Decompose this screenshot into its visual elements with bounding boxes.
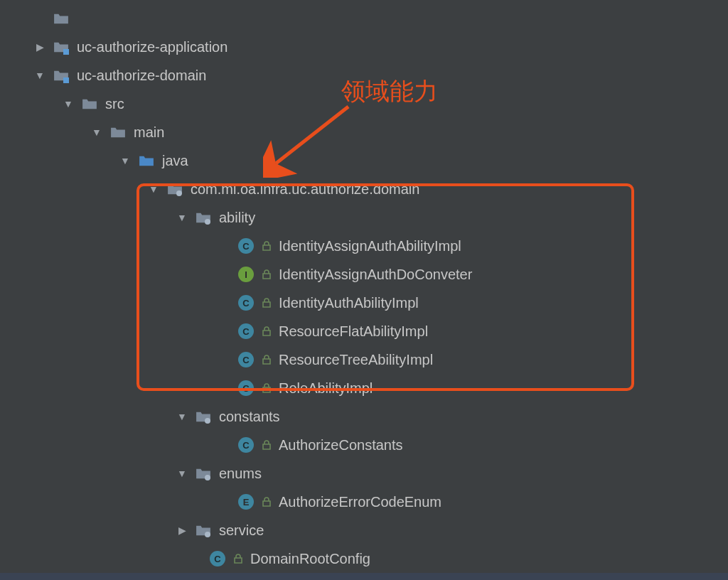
tree-row[interactable]: ▼src xyxy=(0,90,728,118)
chevron-down-icon[interactable]: ▼ xyxy=(34,70,46,81)
tree-node-label: main xyxy=(134,124,164,141)
tree-row[interactable]: ▼enums xyxy=(0,459,728,488)
lock-icon xyxy=(262,326,272,336)
tree-node-label: AuthorizeConstants xyxy=(279,437,403,453)
chevron-down-icon[interactable]: ▼ xyxy=(176,468,188,479)
chevron-down-icon[interactable]: ▼ xyxy=(176,411,188,422)
chevron-down-icon[interactable]: ▼ xyxy=(91,127,102,138)
tree-node-label: constants xyxy=(219,409,280,425)
class-icon: C xyxy=(237,237,255,254)
class-icon: C xyxy=(237,294,255,311)
tree-node-label: IdentityAssignAuthDoConveter xyxy=(279,267,472,283)
project-tree[interactable]: ▶▶uc-authorize-application▼uc-authorize-… xyxy=(0,0,728,580)
package-icon xyxy=(166,181,183,198)
package-icon xyxy=(195,209,212,226)
class-icon: C xyxy=(209,550,226,567)
tree-row[interactable]: ▶IIdentityAssignAuthDoConveter xyxy=(0,260,728,289)
tree-row[interactable]: ▶CResourceFlatAbilityImpl xyxy=(0,317,728,345)
package-icon xyxy=(195,465,212,482)
chevron-down-icon[interactable]: ▼ xyxy=(63,98,74,109)
tree-node-label: uc-authorize-application xyxy=(77,39,228,55)
chevron-down-icon[interactable]: ▼ xyxy=(119,155,131,166)
module-icon xyxy=(53,38,70,55)
tree-node-label: enums xyxy=(219,466,262,482)
folder-icon xyxy=(53,10,70,27)
tree-node-label: ResourceTreeAbilityImpl xyxy=(279,352,433,368)
class-icon: C xyxy=(237,351,255,368)
tree-row[interactable]: ▶CIdentityAssignAuthAbilityImpl xyxy=(0,232,728,260)
tree-row[interactable]: ▼com.mi.oa.infra.uc.authorize.domain xyxy=(0,175,728,203)
tree-node-label: ResourceFlatAbilityImpl xyxy=(279,323,428,340)
tree-node-label: src xyxy=(105,96,124,112)
tree-row[interactable]: ▶service xyxy=(0,516,728,544)
interface-icon: I xyxy=(237,266,255,283)
tree-node-label: AuthorizeErrorCodeEnum xyxy=(279,494,441,510)
lock-icon xyxy=(262,298,272,308)
chevron-right-icon[interactable]: ▶ xyxy=(34,41,46,53)
tree-row[interactable]: ▼ability xyxy=(0,203,728,232)
folder-icon xyxy=(81,95,98,112)
lock-icon xyxy=(262,355,272,365)
module-icon xyxy=(53,67,70,84)
chevron-down-icon[interactable]: ▼ xyxy=(148,183,159,195)
tree-row[interactable]: ▼main xyxy=(0,118,728,146)
enum-icon: E xyxy=(237,493,255,510)
lock-icon xyxy=(262,383,272,393)
tree-node-label: java xyxy=(162,153,188,169)
folder-icon xyxy=(109,124,127,141)
source-folder-icon xyxy=(138,152,155,169)
lock-icon xyxy=(233,554,243,564)
tree-row[interactable]: ▶target xyxy=(0,573,728,580)
tree-row[interactable]: ▶CResourceTreeAbilityImpl xyxy=(0,345,728,374)
tree-row[interactable]: ▶CIdentityAuthAbilityImpl xyxy=(0,289,728,317)
class-icon: C xyxy=(237,436,255,453)
tree-node-label: uc-authorize-domain xyxy=(77,68,206,84)
chevron-right-icon[interactable]: ▶ xyxy=(176,525,188,536)
tree-node-label: RoleAbilityImpl xyxy=(279,380,373,397)
tree-row[interactable]: ▼java xyxy=(0,146,728,175)
lock-icon xyxy=(262,497,272,507)
class-icon: C xyxy=(237,380,255,397)
tree-node-label: ability xyxy=(219,210,255,226)
tree-node-label: com.mi.oa.infra.uc.authorize.domain xyxy=(191,181,419,198)
tree-row[interactable]: ▶CRoleAbilityImpl xyxy=(0,374,728,402)
tree-node-label: IdentityAssignAuthAbilityImpl xyxy=(279,238,461,254)
tree-row[interactable]: ▶CAuthorizeConstants xyxy=(0,431,728,459)
package-icon xyxy=(195,408,212,425)
chevron-down-icon[interactable]: ▼ xyxy=(176,212,188,223)
lock-icon xyxy=(262,440,272,450)
tree-node-label: service xyxy=(219,522,264,539)
tree-row[interactable]: ▼uc-authorize-domain xyxy=(0,61,728,90)
tree-row[interactable]: ▶ xyxy=(0,4,728,33)
lock-icon xyxy=(262,241,272,251)
tree-row[interactable]: ▼constants xyxy=(0,402,728,431)
package-icon xyxy=(195,522,212,539)
tree-node-label: IdentityAuthAbilityImpl xyxy=(279,295,419,311)
tree-row[interactable]: ▶uc-authorize-application xyxy=(0,33,728,61)
tree-row[interactable]: ▶EAuthorizeErrorCodeEnum xyxy=(0,488,728,516)
class-icon: C xyxy=(237,323,255,340)
tree-node-label: DomainRootConfig xyxy=(250,551,370,567)
tree-row[interactable]: ▶CDomainRootConfig xyxy=(0,544,728,573)
lock-icon xyxy=(262,269,272,279)
